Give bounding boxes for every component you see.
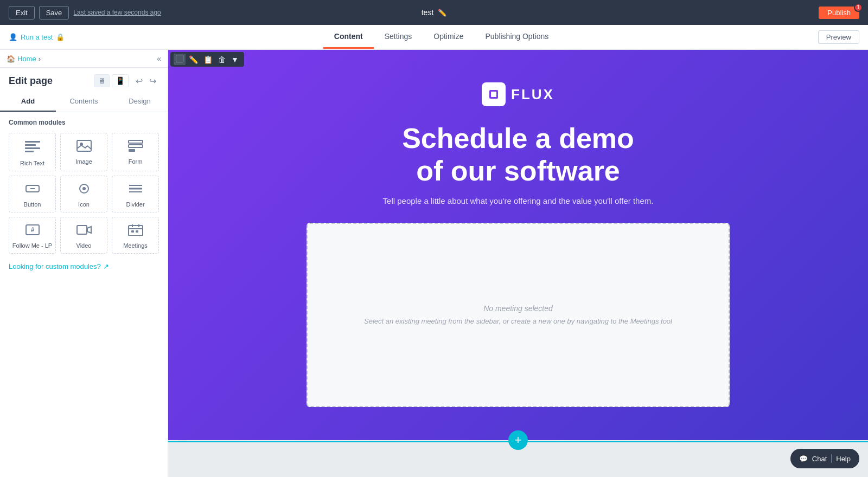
module-follow-me-lp-label: Follow Me - LP xyxy=(12,242,52,249)
redo-button[interactable]: ↪ xyxy=(146,75,159,87)
rich-text-icon xyxy=(25,140,40,157)
view-toggle: 🖥 📱 xyxy=(94,74,129,87)
image-icon xyxy=(76,140,92,155)
tab-publishing[interactable]: Publishing Options xyxy=(474,25,559,49)
main-layout: 🏠 Home › « Edit page 🖥 📱 ↩ ↪ Add xyxy=(0,50,868,477)
form-icon xyxy=(128,140,143,155)
divider-icon xyxy=(128,183,143,198)
module-video[interactable]: Video xyxy=(60,217,107,254)
canvas-tool-more[interactable]: ▼ xyxy=(229,54,241,65)
sidebar-title-row: Edit page 🖥 📱 ↩ ↪ xyxy=(0,68,168,92)
logo-text: FLUX xyxy=(511,86,554,103)
svg-rect-2 xyxy=(25,147,40,149)
top-bar-center: test ✏️ xyxy=(422,8,447,17)
undo-button[interactable]: ↩ xyxy=(133,75,145,87)
lock-icon: 🔒 xyxy=(56,33,65,41)
desktop-view-button[interactable]: 🖥 xyxy=(94,74,110,87)
svg-rect-24 xyxy=(131,230,134,233)
home-icon: 🏠 xyxy=(7,55,15,63)
run-test[interactable]: 👤 Run a test 🔒 xyxy=(9,33,65,41)
module-follow-me-lp[interactable]: # Follow Me - LP xyxy=(9,217,56,254)
sidebar-tabs: Add Contents Design xyxy=(0,92,168,112)
modules-section: Common modules Rich Text Image xyxy=(0,112,168,277)
edit-title-icon[interactable]: ✏️ xyxy=(438,9,446,17)
canvas-tool-select[interactable] xyxy=(174,54,186,65)
meetings-icon xyxy=(128,224,143,239)
collapse-sidebar-button[interactable]: « xyxy=(157,54,161,63)
add-section-button[interactable]: + xyxy=(508,430,528,450)
sidebar-tab-design[interactable]: Design xyxy=(112,92,168,112)
tab-content[interactable]: Content xyxy=(323,25,374,49)
modules-grid: Rich Text Image Form xyxy=(9,133,159,254)
follow-me-lp-icon: # xyxy=(25,224,40,239)
module-form[interactable]: Form xyxy=(112,133,159,171)
sidebar: 🏠 Home › « Edit page 🖥 📱 ↩ ↪ Add xyxy=(0,50,168,477)
external-link-icon: ↗ xyxy=(103,262,109,270)
common-modules-heading: Common modules xyxy=(9,119,159,126)
module-icon-label: Icon xyxy=(78,201,90,208)
custom-modules-link[interactable]: Looking for custom modules? ↗ xyxy=(9,262,159,270)
svg-rect-3 xyxy=(25,151,34,152)
module-form-label: Form xyxy=(129,158,143,165)
svg-rect-27 xyxy=(176,55,183,62)
breadcrumb-home[interactable]: 🏠 Home xyxy=(7,55,36,63)
svg-rect-7 xyxy=(129,145,143,147)
hero-section: FLUX Schedule a demoof our software Tell… xyxy=(168,50,868,440)
canvas-tool-copy[interactable]: 📋 xyxy=(201,54,215,65)
preview-button[interactable]: Preview xyxy=(818,30,859,44)
canvas-tool-delete[interactable]: 🗑 xyxy=(216,54,228,65)
hero-title: Schedule a demoof our software xyxy=(190,123,846,188)
sidebar-header: 🏠 Home › « xyxy=(0,50,168,68)
canvas-area: ✏️ 📋 🗑 ▼ FLUX Schedule a demoof our soft… xyxy=(168,50,868,477)
no-meeting-label: No meeting selected xyxy=(483,304,553,313)
svg-rect-20 xyxy=(129,225,143,236)
logo-icon xyxy=(482,82,506,106)
custom-modules-link-text: Looking for custom modules? xyxy=(9,262,101,270)
second-bar: 👤 Run a test 🔒 Content Settings Optimize… xyxy=(0,25,868,50)
svg-rect-0 xyxy=(25,141,40,143)
chat-help-button[interactable]: 💬 Chat Help xyxy=(790,449,859,468)
chat-divider xyxy=(831,454,832,463)
tab-optimize[interactable]: Optimize xyxy=(423,25,474,49)
page-title: test xyxy=(422,8,434,17)
module-meetings-label: Meetings xyxy=(123,242,148,249)
module-button[interactable]: Button xyxy=(9,176,56,212)
tab-settings[interactable]: Settings xyxy=(374,25,423,49)
canvas-toolbar: ✏️ 📋 🗑 ▼ xyxy=(170,52,244,67)
exit-button[interactable]: Exit xyxy=(9,6,35,20)
undo-redo: ↩ ↪ xyxy=(133,75,159,87)
chat-icon: 💬 xyxy=(799,455,808,463)
svg-rect-1 xyxy=(25,144,36,146)
publish-badge: 1 xyxy=(854,3,863,12)
module-image-label: Image xyxy=(75,158,92,165)
svg-rect-4 xyxy=(77,140,91,151)
mobile-view-button[interactable]: 📱 xyxy=(112,74,129,87)
icon-icon xyxy=(76,183,92,198)
module-image[interactable]: Image xyxy=(60,133,107,171)
svg-rect-30 xyxy=(491,92,496,97)
hero-subtitle: Tell people a little about what you're o… xyxy=(190,196,846,205)
canvas-tool-edit[interactable]: ✏️ xyxy=(187,54,200,65)
breadcrumb: 🏠 Home › xyxy=(7,55,41,63)
top-bar-left: Exit Save Last saved a few seconds ago xyxy=(9,6,161,20)
module-rich-text[interactable]: Rich Text xyxy=(9,133,56,171)
run-test-label: Run a test xyxy=(21,33,53,41)
sidebar-tab-add[interactable]: Add xyxy=(0,92,56,112)
publish-button[interactable]: Publish 1 xyxy=(819,7,859,19)
module-divider[interactable]: Divider xyxy=(112,176,159,212)
person-icon: 👤 xyxy=(9,33,17,41)
meeting-card: No meeting selected Select an existing m… xyxy=(307,223,730,407)
sidebar-title-controls: 🖥 📱 ↩ ↪ xyxy=(94,74,159,87)
svg-rect-18 xyxy=(77,225,87,234)
module-icon[interactable]: Icon xyxy=(60,176,107,212)
save-button[interactable]: Save xyxy=(39,6,69,20)
module-button-label: Button xyxy=(24,201,41,208)
top-bar-right: Publish 1 xyxy=(819,7,859,19)
last-saved-text: Last saved a few seconds ago xyxy=(73,9,161,16)
module-meetings[interactable]: Meetings xyxy=(112,217,159,254)
sidebar-tab-contents[interactable]: Contents xyxy=(56,92,112,112)
no-meeting-sub: Select an existing meeting from the side… xyxy=(364,317,672,325)
top-bar: Exit Save Last saved a few seconds ago t… xyxy=(0,0,868,25)
breadcrumb-chevron: › xyxy=(39,55,41,63)
chat-label: Chat xyxy=(812,455,827,463)
